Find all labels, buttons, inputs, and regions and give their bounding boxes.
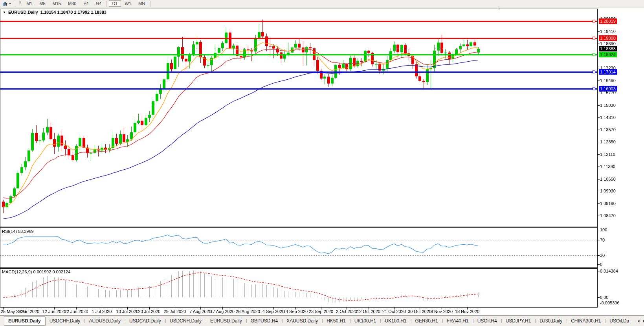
date-axis-label: 17 Aug 2020 (210, 309, 235, 314)
chart-tab-uk100-h1[interactable]: UK100,H1 (350, 317, 380, 325)
chart-title: ▼ EURUSD,Daily 1.18154 1.18470 1.17992 1… (3, 10, 106, 15)
date-axis-label: 22 Jun 2020 (64, 309, 88, 314)
price-axis-tick: 1.15030 (600, 103, 616, 108)
macd-axis-tick: 0.00 (600, 295, 608, 300)
tab-scroll-right-icon[interactable]: ► (642, 319, 644, 323)
price-axis-tick: 1.14310 (600, 115, 616, 120)
date-axis-label: 23 Sep 2020 (309, 309, 333, 314)
chart-tab-usdchf-daily[interactable]: USDCHF,Daily (45, 317, 85, 325)
macd-axis-tick: 0.014384 (600, 269, 618, 273)
date-axis-label: 14 Sep 2020 (283, 309, 308, 314)
price-axis-tick: 1.16490 (600, 78, 616, 83)
price-axis-tick: 1.13570 (600, 127, 616, 132)
date-axis-label: 10 Jul 2020 (116, 309, 139, 314)
chart-ohlc-values: 1.18154 1.18470 1.17992 1.18383 (40, 10, 106, 15)
hline-price-badge: 1.16003 (599, 86, 617, 92)
chart-tab-usoil-h4[interactable]: USOil,H4 (473, 317, 501, 325)
chart-tab-china300-h1[interactable]: CHINA300,H1 (567, 317, 605, 325)
chart-tab-uk100-h1[interactable]: UK100,H1 (380, 317, 411, 325)
tab-scroll-buttons: ◄ ► (633, 319, 644, 323)
chart-mode-button[interactable]: ▼ (1, 0, 13, 7)
price-axis-tick: 1.18690 (600, 41, 616, 46)
chevron-down-icon: ▼ (9, 2, 11, 5)
timeframe-button-w1[interactable]: W1 (122, 0, 135, 7)
price-axis-tick: 1.12850 (600, 139, 616, 144)
date-axis-label: 12 Oct 2020 (357, 309, 380, 314)
chart-tab-usdcad-daily[interactable]: USDCAD,Daily (125, 317, 165, 325)
price-axis-tick: 1.09930 (600, 189, 616, 193)
price-axis-tick: 1.10650 (600, 177, 616, 181)
chart-symbol-label: EURUSD,Daily (8, 10, 38, 15)
hline-price-badge: 1.20019 (599, 18, 617, 24)
hline-price-badge: 1.19008 (599, 35, 617, 41)
date-axis-label: 21 Oct 2020 (382, 309, 406, 314)
current-price-badge: 1.18383 (599, 46, 617, 51)
price-axis-tick: 1.08470 (600, 213, 616, 218)
chart-tab-fra40-h1[interactable]: FRA40,H1 (442, 317, 473, 325)
price-axis-tick: 1.19410 (600, 29, 616, 34)
price-axis-tick: 1.09190 (600, 201, 616, 206)
date-axis-label: 20 Jul 2020 (138, 309, 161, 314)
date-axis-label: 2 Oct 2020 (336, 309, 357, 314)
macd-axis-tick: -0.005396 (600, 300, 620, 305)
date-axis-label: 18 Nov 2020 (455, 309, 479, 314)
chart-window: ▼ EURUSD,Daily 1.18154 1.18470 1.17992 1… (0, 7, 644, 315)
date-axis-label: 30 Oct 2020 (408, 309, 431, 314)
date-axis-label: 1 Jul 2020 (92, 309, 112, 314)
chart-tab-xauusd-daily[interactable]: XAUUSD,Daily (282, 317, 322, 325)
date-axis-label: 3 Jun 2020 (18, 309, 39, 314)
chart-tab-gbpusd-h4[interactable]: GBPUSD,H4 (246, 317, 282, 325)
rsi-axis-tick: 0 (600, 262, 602, 267)
rsi-axis-tick: 30 (600, 253, 605, 258)
rsi-axis-tick: 100 (600, 227, 607, 232)
timeframe-button-h4[interactable]: H4 (93, 0, 105, 7)
chart-tab-usdcnh-daily[interactable]: USDCNH,Daily (165, 317, 206, 325)
hline-price-badge: 1.18024 (599, 52, 617, 57)
timeframe-buttons: M1M5M15M30H1H4D1W1MN (23, 0, 152, 7)
macd-indicator-label: MACD(12,26,9) 0.001992 0.002124 (2, 269, 70, 274)
timeframe-button-m30[interactable]: M30 (65, 0, 79, 7)
chart-shift-marker[interactable]: ▼ (497, 8, 501, 11)
toolbar-grip[interactable] (19, 1, 21, 6)
timeframe-button-m5[interactable]: M5 (36, 0, 48, 7)
timeframe-button-m15[interactable]: M15 (50, 0, 64, 7)
date-axis-label: 7 Aug 2020 (189, 309, 211, 314)
rsi-indicator-label: RSI(14) 53.3969 (2, 229, 34, 234)
timeframe-button-h1[interactable]: H1 (80, 0, 92, 7)
chart-tabs: EURUSD,DailyUSDCHF,DailyAUDUSD,DailyUSDC… (4, 317, 633, 325)
date-axis-label: 12 Jun 2020 (42, 309, 66, 314)
timeframe-toolbar: ▼ M1M5M15M30H1H4D1W1MN (0, 0, 644, 7)
date-axis-label: 4 Sep 2020 (262, 309, 284, 314)
chart-tab-ger30-h1[interactable]: GER30,H1 (411, 317, 442, 325)
price-chart-canvas[interactable] (0, 7, 644, 315)
toolbar-separator (150, 1, 150, 7)
chart-tab-hk50-h1[interactable]: HK50,H1 (322, 317, 350, 325)
chart-tab-eurusd-daily[interactable]: EURUSD,Daily (4, 317, 45, 325)
timeframe-button-mn[interactable]: MN (135, 0, 148, 7)
chart-tab-usoil-da[interactable]: USOil,Da (605, 317, 633, 325)
rsi-axis-tick: 70 (600, 238, 605, 242)
tab-scroll-left-icon[interactable]: ◄ (637, 319, 640, 323)
chart-tab-dj30-daily[interactable]: DJ30,Daily (535, 317, 567, 325)
timeframe-button-m1[interactable]: M1 (23, 0, 35, 7)
date-axis-label: 26 Aug 2020 (236, 309, 260, 314)
chart-tab-eurusd-daily[interactable]: EURUSD,Daily (206, 317, 246, 325)
price-axis-tick: 1.11390 (600, 164, 615, 169)
date-axis-label: 29 Jul 2020 (164, 309, 186, 314)
chart-tab-bar: EURUSD,DailyUSDCHF,DailyAUDUSD,DailyUSDC… (0, 315, 644, 326)
date-axis-label: 9 Nov 2020 (431, 309, 453, 314)
chart-tab-usdjpy-h1[interactable]: USDJPY,H1 (501, 317, 535, 325)
timeframe-button-d1[interactable]: D1 (109, 0, 121, 7)
one-click-trading-arrow[interactable]: ▼ (3, 11, 6, 14)
hline-price-badge: 1.17014 (599, 69, 617, 75)
chart-cursor-icon (2, 1, 8, 6)
price-axis-tick: 1.12110 (600, 152, 615, 157)
chart-tab-audusd-daily[interactable]: AUDUSD,Daily (84, 317, 125, 325)
toolbar-separator (15, 1, 15, 7)
toolbar-separator (106, 1, 107, 7)
